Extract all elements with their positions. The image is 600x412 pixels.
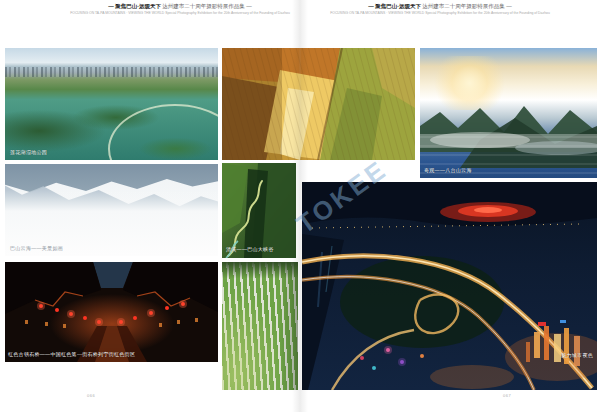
photo-red-town: 红色古镇石桥——中国红色第一街石桥列宁街红色街区 (5, 262, 218, 362)
terraced-fields-illustration (222, 48, 415, 160)
page-number-right: 067 (503, 393, 511, 398)
caption-cloud-mountain: 奇观——八台山云海 (424, 167, 472, 173)
photo-greenhouse-fields (222, 262, 298, 390)
city-night-illustration (302, 182, 597, 390)
photo-cloud-mountain: 奇观——八台山云海 (420, 48, 597, 178)
header-subtitle-en: FOCUSING ON TA-PA MOUNTAINS · VIEWING TH… (270, 11, 600, 15)
canyon-illustration (222, 163, 296, 258)
red-town-illustration (5, 262, 218, 362)
caption-lake-city: 莲花湖湿地公园 (10, 149, 47, 155)
caption-canyon: 清溪——巴山大峡谷 (226, 246, 274, 252)
photo-terraced-fields (222, 48, 415, 160)
header-title-cn: — 聚焦巴山·远观天下 达州建市二十周年摄影特展作品集 — (270, 3, 600, 10)
book-spread: — 聚焦巴山·远观天下 达州建市二十周年摄影特展作品集 — FOCUSING O… (0, 0, 600, 412)
caption-red-town: 红色古镇石桥——中国红色第一街石桥列宁街红色街区 (8, 351, 135, 357)
photo-lake-city: 莲花湖湿地公园 (5, 48, 218, 160)
photo-city-night: 魅力城市夜色 (302, 182, 597, 390)
lakeshore-road (108, 104, 218, 160)
caption-sea-of-clouds: 巴山云海——美景如画 (10, 245, 63, 251)
caption-city-night: 魅力城市夜色 (561, 352, 593, 358)
page-number-left: 066 (87, 393, 95, 398)
photo-sea-of-clouds: 巴山云海——美景如画 (5, 164, 218, 256)
city-skyline-band (5, 67, 218, 77)
page-header-right: — 聚焦巴山·远观天下 达州建市二十周年摄影特展作品集 — FOCUSING O… (270, 3, 600, 15)
photo-canyon: 清溪——巴山大峡谷 (222, 163, 296, 258)
